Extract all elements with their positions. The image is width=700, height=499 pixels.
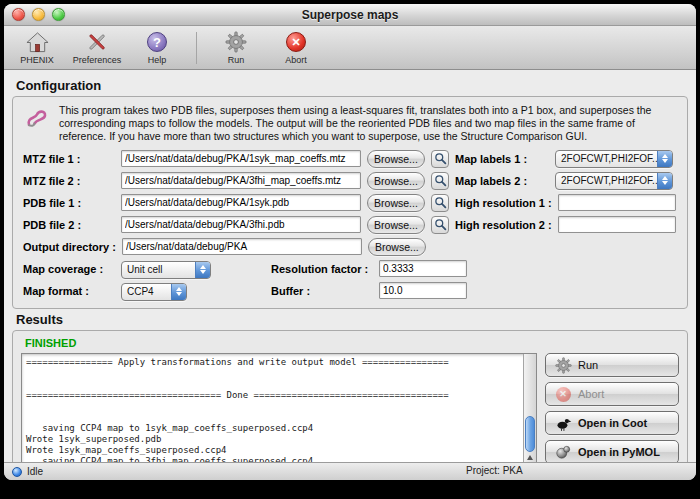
coot-bird-icon [554, 414, 572, 432]
window-controls [12, 8, 65, 21]
map-labels-1-label: Map labels 1 : [455, 153, 549, 165]
pdb-file-1-inspect-button[interactable] [431, 194, 449, 212]
open-in-coot-button[interactable]: Open in Coot [545, 411, 679, 435]
toolbar-run-button[interactable]: Run [211, 30, 261, 65]
resolution-factor-label: Resolution factor : [271, 263, 373, 275]
toolbar-phenix-button[interactable]: PHENIX [12, 30, 62, 65]
results-buttons: Run ✕ Abort [545, 353, 679, 462]
project-label: Project: PKA [466, 465, 523, 476]
open-in-coot-label: Open in Coot [578, 417, 647, 429]
abort-x-glyph: ✕ [556, 387, 571, 402]
scroll-up-icon[interactable] [527, 455, 533, 460]
combo-arrows-icon [195, 262, 210, 278]
combo-arrows-icon [657, 173, 672, 189]
mtz-file-2-row: MTZ file 2 : Browse... Map labels 2 : 2F… [23, 171, 677, 190]
pdb-file-2-input[interactable] [121, 216, 361, 233]
help-icon: ? [147, 30, 167, 54]
map-labels-1-value: 2FOFCWT,PHI2FOF... [556, 151, 657, 167]
magnifier-icon [434, 218, 447, 231]
tools-icon [86, 30, 108, 54]
high-resolution-1-label: High resolution 1 : [455, 197, 552, 209]
high-resolution-2-label: High resolution 2 : [455, 219, 552, 231]
map-format-value: CCP4 [122, 284, 171, 300]
pdb-file-1-browse-button[interactable]: Browse... [367, 194, 425, 212]
home-icon [26, 30, 49, 54]
status-text: Idle [27, 466, 43, 477]
log-output[interactable]: ================ Apply transformations a… [22, 354, 523, 462]
map-coverage-value: Unit cell [122, 262, 195, 278]
map-labels-2-value: 2FOFCWT,PHI2FOF... [556, 173, 657, 189]
ribbon-icon [25, 104, 51, 134]
output-directory-browse-button[interactable]: Browse... [368, 238, 426, 256]
map-labels-2-label: Map labels 2 : [455, 175, 549, 187]
configuration-heading: Configuration [16, 78, 688, 93]
open-in-pymol-button[interactable]: Open in PyMOL [545, 440, 679, 462]
zoom-button[interactable] [52, 8, 65, 21]
configuration-panel: This program takes two PDB files, superp… [12, 96, 688, 309]
log-console: ================ Apply transformations a… [21, 353, 537, 462]
mtz-file-1-input[interactable] [121, 150, 361, 167]
gear-icon [554, 356, 572, 374]
mtz-file-1-row: MTZ file 1 : Browse... Map labels 1 : 2F… [23, 149, 677, 168]
toolbar-help-button[interactable]: ? Help [132, 30, 182, 65]
map-format-select[interactable]: CCP4 [121, 283, 187, 301]
abort-button[interactable]: ✕ Abort [545, 382, 679, 406]
toolbar-run-label: Run [228, 55, 245, 65]
abort-icon: ✕ [554, 385, 572, 403]
magnifier-icon [434, 196, 447, 209]
run-button[interactable]: Run [545, 353, 679, 377]
mtz-file-2-inspect-button[interactable] [431, 172, 449, 190]
results-panel: FINISHED ================ Apply transfor… [12, 330, 688, 462]
abort-button-label: Abort [578, 388, 604, 400]
output-directory-input[interactable] [122, 238, 362, 255]
mtz-file-2-browse-button[interactable]: Browse... [367, 172, 425, 190]
pdb-file-2-inspect-button[interactable] [431, 216, 449, 234]
pdb-file-2-row: PDB file 2 : Browse... High resolution 2… [23, 215, 677, 234]
map-labels-1-select[interactable]: 2FOFCWT,PHI2FOF... [555, 150, 673, 168]
pdb-file-2-label: PDB file 2 : [23, 219, 115, 231]
status-bar: Idle Project: PKA [4, 462, 696, 480]
toolbar-abort-button[interactable]: ✕ Abort [271, 30, 321, 65]
close-button[interactable] [12, 8, 25, 21]
mtz-file-2-label: MTZ file 2 : [23, 175, 115, 187]
high-resolution-1-input[interactable] [558, 194, 676, 211]
output-directory-label: Output directory : [23, 241, 116, 253]
pdb-file-2-browse-button[interactable]: Browse... [367, 216, 425, 234]
results-body: ================ Apply transformations a… [21, 353, 679, 462]
combo-arrows-icon [171, 284, 186, 300]
titlebar[interactable]: Superpose maps [4, 4, 696, 26]
output-directory-row: Output directory : Browse... [23, 237, 677, 256]
question-mark-glyph: ? [147, 32, 167, 52]
buffer-input[interactable] [379, 282, 467, 299]
gear-icon [225, 30, 247, 54]
abort-icon: ✕ [286, 30, 306, 54]
map-coverage-slot: Unit cell [121, 259, 237, 279]
combo-arrows-icon [657, 151, 672, 167]
program-description: This program takes two PDB files, superp… [59, 104, 675, 143]
toolbar: PHENIX Preferences ? Help [4, 26, 696, 70]
console-scrollbar[interactable] [523, 354, 536, 462]
minimize-button[interactable] [32, 8, 45, 21]
high-resolution-2-input[interactable] [558, 216, 676, 233]
mtz-file-1-inspect-button[interactable] [431, 150, 449, 168]
toolbar-preferences-button[interactable]: Preferences [72, 30, 122, 65]
pymol-icon [554, 443, 572, 461]
scrollbar-thumb[interactable] [525, 416, 535, 452]
mtz-file-1-browse-button[interactable]: Browse... [367, 150, 425, 168]
map-labels-2-select[interactable]: 2FOFCWT,PHI2FOF... [555, 172, 673, 190]
mtz-file-2-input[interactable] [121, 172, 361, 189]
map-format-label: Map format : [23, 285, 115, 297]
magnifier-icon [434, 174, 447, 187]
map-coverage-row: Map coverage : Unit cell Resolution fact… [23, 259, 677, 278]
abort-x-glyph: ✕ [286, 32, 306, 52]
toolbar-preferences-label: Preferences [73, 55, 122, 65]
toolbar-help-label: Help [148, 55, 167, 65]
pdb-file-1-input[interactable] [121, 194, 361, 211]
resolution-factor-input[interactable] [379, 260, 467, 277]
main-content: Configuration This program takes two PDB… [4, 70, 696, 462]
pdb-file-1-row: PDB file 1 : Browse... High resolution 1… [23, 193, 677, 212]
map-coverage-select[interactable]: Unit cell [121, 261, 211, 279]
status-indicator-icon [12, 467, 22, 477]
app-window: Superpose maps PHENIX Preferences [4, 4, 696, 480]
mtz-file-1-label: MTZ file 1 : [23, 153, 115, 165]
